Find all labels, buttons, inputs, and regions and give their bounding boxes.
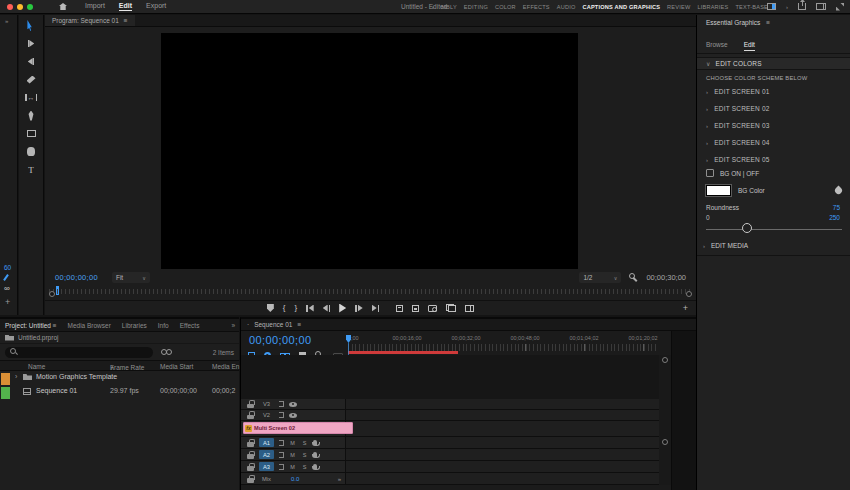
track-select-forward-tool[interactable] [25, 38, 38, 49]
tab-project[interactable]: Project: Untitled ≡ [5, 322, 57, 329]
mark-out-button[interactable]: } [295, 304, 298, 312]
track-target-v2[interactable]: V2 [259, 411, 274, 420]
track-target-v3[interactable]: V3 [259, 400, 274, 409]
export-frame-button[interactable] [428, 305, 437, 312]
multicam-button[interactable] [465, 305, 474, 312]
extract-button[interactable] [412, 305, 419, 312]
workspace-review[interactable]: REVIEW [667, 4, 690, 10]
workspace-audio[interactable]: AUDIO [557, 4, 576, 10]
column-media-start[interactable]: Media Start [160, 363, 193, 370]
workspace-editing[interactable]: EDITING [464, 4, 488, 10]
track-target-a1[interactable]: A1 [259, 438, 274, 447]
hand-tool[interactable] [25, 146, 38, 157]
track-target-a2[interactable]: A2 [259, 450, 274, 459]
pen-marker-icon[interactable] [3, 274, 9, 281]
roundness-slider-handle[interactable] [742, 223, 752, 233]
track-lane-v3[interactable] [346, 399, 659, 409]
track-lock-icon[interactable] [247, 439, 254, 447]
project-row-sequence[interactable]: Sequence 01 29.97 fps 00;00;00;00 00;00;… [0, 385, 239, 399]
panel-menu-icon[interactable]: ≡ [53, 322, 57, 329]
tab-info[interactable]: Info [158, 322, 169, 329]
solo-button[interactable]: S [301, 440, 308, 446]
slip-tool[interactable]: ↔ [25, 92, 38, 103]
program-tab[interactable]: Program: Sequence 01 ≡ [45, 15, 135, 26]
track-lock-icon[interactable] [247, 400, 254, 408]
minimize-window-button[interactable] [17, 4, 23, 10]
home-icon[interactable] [59, 3, 67, 10]
edit-colors-group[interactable]: ∨ EDIT COLORS [697, 57, 850, 70]
tab-libraries[interactable]: Libraries [122, 322, 147, 329]
timeline-tab[interactable]: Sequence 01 [254, 321, 292, 328]
zoom-level-select[interactable]: Fit∨ [112, 272, 150, 283]
program-video-viewport[interactable] [161, 33, 578, 269]
vscroll-bottom-handle[interactable] [662, 439, 668, 445]
close-window-button[interactable] [7, 4, 13, 10]
chevron-right-icon[interactable]: › [786, 4, 788, 10]
solo-button[interactable]: S [301, 464, 308, 470]
bg-color-swatch[interactable] [706, 185, 731, 196]
track-output-icon[interactable] [289, 402, 297, 407]
sequence-name[interactable]: Sequence 01 [36, 387, 77, 394]
track-lane-v2[interactable] [346, 410, 659, 420]
workspace-captions-and-graphics[interactable]: CAPTIONS AND GRAPHICS [582, 4, 660, 10]
roundness-value[interactable]: 75 [833, 204, 840, 211]
column-media-end[interactable]: Media En [212, 363, 239, 370]
sync-lock-icon[interactable] [279, 412, 284, 418]
track-lane-a3[interactable] [346, 461, 659, 472]
edit-screen-04-group[interactable]: › EDIT SCREEN 04 [706, 139, 770, 146]
razor-tool[interactable] [25, 74, 38, 85]
label-color-chip[interactable] [1, 387, 10, 399]
scrollbar-right-handle[interactable] [686, 291, 692, 297]
expand-tracks-icon[interactable]: » [338, 476, 341, 482]
tab-overflow-icon[interactable]: » [231, 322, 235, 329]
track-lock-icon[interactable] [247, 475, 254, 483]
add-marker-button[interactable] [267, 304, 274, 312]
ripple-edit-tool[interactable] [25, 56, 38, 67]
workspace-color[interactable]: COLOR [495, 4, 516, 10]
track-lane-a1[interactable] [346, 437, 659, 448]
mute-button[interactable]: M [289, 464, 296, 470]
add-button[interactable]: + [5, 297, 10, 307]
expand-panel-icon[interactable]: » [5, 18, 8, 24]
edit-screen-02-group[interactable]: › EDIT SCREEN 02 [706, 105, 770, 112]
label-color-chip[interactable] [1, 373, 10, 385]
mute-button[interactable]: M [289, 440, 296, 446]
track-lane-v1[interactable]: fx Multi Screen 02 [346, 421, 659, 436]
go-to-out-button[interactable] [372, 305, 380, 312]
mute-button[interactable]: M [289, 452, 296, 458]
track-target-a3[interactable]: A3 [259, 462, 274, 471]
tab-effects[interactable]: Effects [180, 322, 200, 329]
button-editor-button[interactable]: + [683, 303, 688, 313]
settings-wrench-icon[interactable] [629, 273, 638, 282]
track-lock-icon[interactable] [247, 411, 254, 419]
master-level[interactable]: 0.0 [291, 476, 299, 482]
bg-toggle-checkbox[interactable] [706, 169, 714, 177]
step-forward-button[interactable] [355, 305, 363, 312]
edit-screen-01-group[interactable]: › EDIT SCREEN 01 [706, 88, 770, 95]
track-lock-icon[interactable] [247, 451, 254, 459]
tab-media-browser[interactable]: Media Browser [68, 322, 111, 329]
workspace-effects[interactable]: EFFECTS [523, 4, 550, 10]
play-button[interactable] [339, 304, 346, 313]
track-lane-a2[interactable] [346, 449, 659, 460]
expand-arrow-icon[interactable]: › [15, 373, 17, 380]
voiceover-mic-icon[interactable] [313, 452, 317, 457]
step-back-button[interactable] [323, 305, 331, 312]
comparison-view-button[interactable] [446, 304, 456, 312]
voiceover-mic-icon[interactable] [313, 440, 317, 445]
panel-menu-icon[interactable]: ≡ [297, 321, 301, 328]
tab-browse[interactable]: Browse [706, 41, 728, 51]
selection-tool[interactable] [25, 20, 38, 31]
playback-resolution-select[interactable]: 1/2∨ [579, 272, 621, 283]
sync-lock-icon[interactable] [279, 464, 284, 470]
panel-layout-icon[interactable] [816, 3, 826, 10]
voiceover-mic-icon[interactable] [313, 464, 317, 469]
timeline-clip[interactable]: fx Multi Screen 02 [243, 422, 353, 434]
workspace-libraries[interactable]: LIBRARIES [697, 4, 728, 10]
go-to-in-button[interactable] [306, 305, 314, 312]
tab-export[interactable]: Export [146, 2, 166, 11]
tab-import[interactable]: Import [85, 2, 105, 11]
find-icon[interactable] [161, 349, 171, 355]
maximize-window-button[interactable] [27, 4, 33, 10]
sync-lock-icon[interactable] [279, 440, 284, 446]
